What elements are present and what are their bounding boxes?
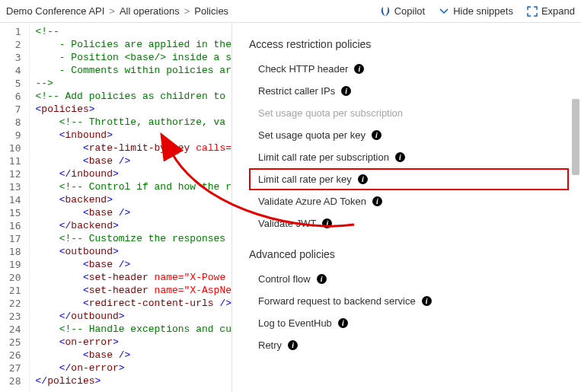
code-line[interactable]: </inbound>: [36, 167, 231, 180]
hide-snippets-label: Hide snippets: [453, 5, 513, 17]
policy-item[interactable]: Forward request to backend servicei: [249, 290, 569, 312]
chevron-down-icon: [439, 6, 449, 17]
code-line[interactable]: <base />: [36, 258, 231, 271]
code-line[interactable]: <!-- Throttle, authorize, va: [36, 116, 231, 129]
policy-label: Set usage quota per subscription: [258, 107, 403, 119]
info-icon[interactable]: i: [372, 196, 382, 206]
info-icon[interactable]: i: [288, 340, 298, 350]
code-line[interactable]: <backend>: [36, 193, 231, 206]
code-line[interactable]: <!-- Add policies as children to: [36, 90, 231, 103]
info-icon[interactable]: i: [317, 274, 327, 284]
policy-label: Validate Azure AD Token: [258, 196, 366, 207]
info-icon[interactable]: i: [338, 318, 348, 328]
info-icon[interactable]: i: [322, 218, 332, 228]
info-icon[interactable]: i: [372, 130, 381, 140]
code-line[interactable]: - Policies are applied in the: [36, 38, 231, 51]
policy-item[interactable]: Retryi: [249, 334, 569, 356]
policy-item[interactable]: Validate Azure AD Tokeni: [249, 190, 569, 212]
section-title-advanced: Advanced policies: [249, 248, 569, 260]
policy-item[interactable]: Restrict caller IPsi: [249, 80, 569, 102]
main: 1234567891011121314151617181920212223242…: [0, 23, 581, 392]
code-editor[interactable]: 1234567891011121314151617181920212223242…: [0, 23, 232, 392]
code-line[interactable]: -->: [36, 77, 231, 90]
code-line[interactable]: <rate-limit-by-key calls=: [36, 142, 231, 155]
policy-item[interactable]: Validate JWTi: [249, 212, 569, 234]
expand-button[interactable]: Expand: [527, 5, 575, 17]
policy-label: Limit call rate per subscription: [258, 151, 389, 163]
copilot-label: Copilot: [394, 5, 425, 17]
code-line[interactable]: <base />: [36, 206, 231, 219]
policy-label: Log to EventHub: [258, 317, 332, 329]
top-bar: Demo Conference API > All operations > P…: [0, 0, 581, 23]
info-icon[interactable]: i: [358, 174, 368, 184]
section-title-access: Access restriction policies: [249, 38, 569, 50]
policy-label: Validate JWT: [258, 218, 316, 229]
policy-item[interactable]: Set usage quota per keyi: [249, 124, 569, 146]
line-gutter: 1234567891011121314151617181920212223242…: [0, 23, 30, 392]
expand-label: Expand: [541, 5, 575, 17]
code-line[interactable]: <redirect-content-urls />: [36, 297, 231, 310]
scrollbar-thumb[interactable]: [572, 99, 579, 175]
policy-label: Forward request to backend service: [258, 295, 416, 307]
policy-label: Check HTTP header: [258, 63, 348, 75]
policy-item[interactable]: Log to EventHubi: [249, 312, 569, 334]
policy-item[interactable]: Control flowi: [249, 268, 569, 290]
breadcrumb-item[interactable]: Demo Conference API: [6, 5, 104, 17]
info-icon[interactable]: i: [354, 64, 364, 74]
code-line[interactable]: </policies>: [36, 374, 231, 387]
code-line[interactable]: - Position <base/> inside a s: [36, 51, 231, 64]
policy-item[interactable]: Limit call rate per subscriptioni: [249, 146, 569, 168]
code-line[interactable]: </outbound>: [36, 310, 231, 323]
expand-icon: [527, 6, 538, 17]
code-line[interactable]: </backend>: [36, 219, 231, 232]
code-line[interactable]: <outbound>: [36, 245, 231, 258]
code-line[interactable]: - Comments within policies ar: [36, 64, 231, 77]
policy-list-access: Check HTTP headeriRestrict caller IPsiSe…: [249, 58, 569, 234]
breadcrumb-sep: >: [184, 5, 190, 17]
breadcrumb: Demo Conference API > All operations > P…: [6, 5, 380, 17]
code-line[interactable]: <set-header name="X-Powe: [36, 271, 231, 284]
info-icon[interactable]: i: [395, 152, 405, 162]
policy-label: Set usage quota per key: [258, 129, 366, 141]
info-icon[interactable]: i: [341, 86, 351, 96]
policy-list-advanced: Control flowiForward request to backend …: [249, 268, 569, 356]
breadcrumb-sep: >: [109, 5, 115, 17]
copilot-icon: [380, 6, 391, 17]
breadcrumb-item[interactable]: All operations: [120, 5, 180, 17]
policy-item[interactable]: Limit call rate per keyi: [249, 168, 569, 190]
hide-snippets-button[interactable]: Hide snippets: [439, 5, 513, 17]
code-line[interactable]: </on-error>: [36, 362, 231, 374]
code-line[interactable]: <!-- Control if and how the r: [36, 180, 231, 193]
policy-label: Restrict caller IPs: [258, 85, 335, 97]
breadcrumb-item[interactable]: Policies: [194, 5, 228, 17]
policy-label: Retry: [258, 339, 282, 351]
code-line[interactable]: <inbound>: [36, 129, 231, 142]
code-line[interactable]: <!-- Customize the responses: [36, 232, 231, 245]
code-line[interactable]: <policies>: [36, 103, 231, 116]
policy-item: Set usage quota per subscription: [249, 102, 569, 124]
code-area[interactable]: <!-- - Policies are applied in the - Pos…: [30, 23, 231, 392]
toolbar: Copilot Hide snippets Expand: [380, 5, 575, 17]
code-line[interactable]: <!-- Handle exceptions and cu: [36, 323, 231, 336]
code-line[interactable]: <base />: [36, 349, 231, 362]
code-line[interactable]: <base />: [36, 155, 231, 167]
info-icon[interactable]: i: [422, 296, 432, 306]
policy-label: Control flow: [258, 273, 311, 285]
code-line[interactable]: <!--: [36, 25, 231, 38]
code-line[interactable]: <set-header name="X-AspNe: [36, 284, 231, 297]
policy-item[interactable]: Check HTTP headeri: [249, 58, 569, 80]
snippets-panel: Access restriction policies Check HTTP h…: [232, 23, 581, 392]
copilot-button[interactable]: Copilot: [380, 5, 425, 17]
code-line[interactable]: <on-error>: [36, 336, 231, 349]
policy-label: Limit call rate per key: [258, 174, 352, 185]
